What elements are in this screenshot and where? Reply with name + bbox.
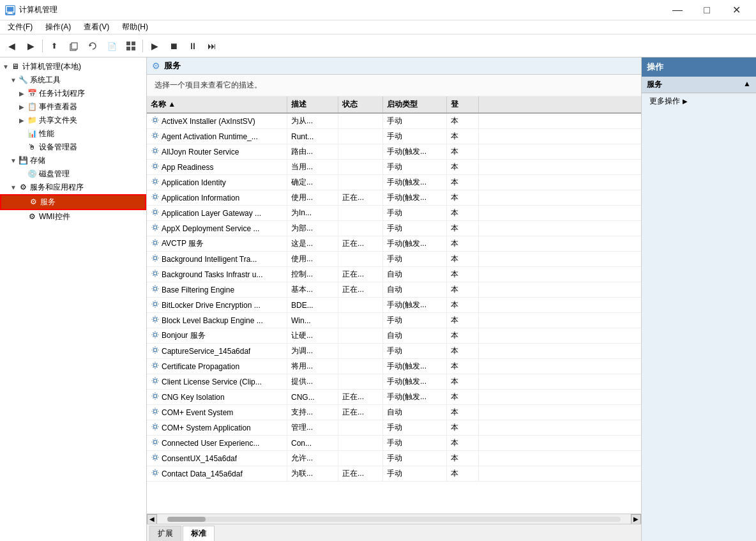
col-startup[interactable]: 启动类型 (383, 96, 447, 112)
tree-item-wmi[interactable]: ⚙ WMI控件 (0, 210, 146, 224)
tab-expand[interactable]: 扩展 (149, 526, 181, 541)
svg-point-32 (154, 441, 157, 444)
table-row[interactable]: Client License Service (Clip...提供...手动(触… (147, 374, 641, 390)
tree-item-disk[interactable]: 💿 磁盘管理 (0, 167, 146, 181)
tree-label-services: 服务 (40, 197, 56, 208)
hscroll-thumb[interactable] (167, 517, 206, 522)
table-row[interactable]: Agent Activation Runtime_...Runt...手动本 (147, 129, 641, 144)
service-gear-icon (151, 330, 160, 341)
service-name-cell: Bonjour 服务 (147, 328, 287, 343)
table-row[interactable]: Base Filtering Engine基本...正在...自动本 (147, 282, 641, 298)
service-name-cell: Background Intelligent Tra... (147, 252, 287, 266)
toolbar-up[interactable]: ⬆ (45, 37, 63, 55)
service-login-cell: 本 (447, 282, 479, 297)
table-row[interactable]: AppX Deployment Service ...为部...手动本 (147, 221, 641, 236)
table-row[interactable]: ConsentUX_145a6daf允许...手动本 (147, 451, 641, 466)
service-status-cell: 正在... (338, 282, 383, 297)
menu-view[interactable]: 查看(V) (79, 20, 114, 34)
tree-label-task: 任务计划程序 (39, 88, 85, 99)
table-row[interactable]: Application Identity确定...手动(触发...本 (147, 175, 641, 190)
col-name[interactable]: 名称 ▲ (147, 96, 287, 112)
toolbar-stop[interactable]: ⏹ (165, 37, 183, 55)
right-panel: 操作 服务 ▲ 更多操作 ▶ (641, 57, 756, 541)
table-row[interactable]: Contact Data_145a6daf为联...正在...手动本 (147, 466, 641, 482)
tree-item-storage[interactable]: ▼ 💾 存储 (0, 154, 146, 167)
minimize-button[interactable]: — (663, 0, 692, 20)
toolbar-filter[interactable]: 📄 (103, 37, 121, 55)
menu-help[interactable]: 帮助(H) (117, 20, 153, 34)
table-row[interactable]: COM+ Event System支持...正在...自动本 (147, 405, 641, 420)
tree-item-services[interactable]: ⚙ 服务 (0, 194, 146, 210)
service-gear-icon (151, 208, 160, 218)
service-table[interactable]: 名称 ▲ 描述 状态 启动类型 登 ActiveX Installer (AxI… (147, 96, 641, 514)
tree-item-root[interactable]: ▼ 🖥 计算机管理(本地) (0, 60, 146, 73)
service-name-text: AppX Deployment Service ... (162, 224, 259, 233)
tree-label-wmi: WMI控件 (39, 211, 70, 222)
table-row[interactable]: Application Information使用...正在...手动(触发..… (147, 190, 641, 206)
tree-item-device-manager[interactable]: 🖱 设备管理器 (0, 141, 146, 154)
col-desc[interactable]: 描述 (287, 96, 338, 112)
scroll-left-arrow[interactable]: ◀ (147, 514, 157, 524)
service-status-cell: 正在... (338, 190, 383, 205)
service-status-cell (338, 451, 383, 466)
toolbar-back[interactable]: ◀ (3, 37, 20, 55)
table-row[interactable]: COM+ System Application管理...手动本 (147, 420, 641, 436)
toolbar-refresh[interactable] (84, 37, 102, 55)
menu-file[interactable]: 文件(F) (3, 20, 38, 34)
scroll-right-arrow[interactable]: ▶ (631, 514, 641, 524)
tree-arrow-task: ▶ (19, 90, 27, 97)
table-row[interactable]: Certificate Propagation将用...手动(触发...本 (147, 359, 641, 374)
table-row[interactable]: App Readiness当用...手动本 (147, 160, 641, 175)
toolbar-view[interactable] (122, 37, 140, 55)
service-gear-icon (151, 162, 160, 172)
service-gear-icon (151, 300, 160, 310)
table-row[interactable]: CNG Key IsolationCNG...正在...手动(触发...本 (147, 390, 641, 405)
tree-item-event-viewer[interactable]: ▶ 📋 事件查看器 (0, 100, 146, 114)
menu-bar: 文件(F) 操作(A) 查看(V) 帮助(H) (0, 20, 756, 34)
table-row[interactable]: Connected User Experienc...Con...手动本 (147, 436, 641, 451)
table-row[interactable]: Background Tasks Infrastr u...控制...正在...… (147, 267, 641, 282)
table-row[interactable]: Background Intelligent Tra...使用...手动本 (147, 252, 641, 267)
menu-action[interactable]: 操作(A) (40, 20, 76, 34)
tree-item-shared-folders[interactable]: ▶ 📁 共享文件夹 (0, 114, 146, 127)
table-row[interactable]: AllJoyn Router Service路由...手动(触发...本 (147, 144, 641, 160)
service-desc-cell: 管理... (287, 420, 338, 435)
table-row[interactable]: Block Level Backup Engine ...Win...手动本 (147, 313, 641, 328)
table-row[interactable]: CaptureService_145a6daf为调...手动本 (147, 344, 641, 359)
table-row[interactable]: Application Layer Gateway ...为In...手动本 (147, 206, 641, 221)
svg-point-31 (154, 425, 157, 429)
title-bar-left: 计算机管理 (5, 4, 57, 15)
toolbar-forward[interactable]: ▶ (22, 37, 40, 55)
tree-item-services-apps[interactable]: ▼ ⚙ 服务和应用程序 (0, 181, 146, 194)
computer-icon: 🖥 (10, 62, 20, 72)
col-login[interactable]: 登 (447, 96, 479, 112)
toolbar-pause[interactable]: ⏸ (184, 37, 202, 55)
tree-item-task-scheduler[interactable]: ▶ 📅 任务计划程序 (0, 87, 146, 100)
service-gear-icon (151, 438, 160, 448)
service-gear-icon (151, 177, 160, 188)
col-status[interactable]: 状态 (338, 96, 383, 112)
horizontal-scrollbar[interactable]: ◀ ▶ (147, 514, 641, 524)
toolbar-start[interactable]: ▶ (146, 37, 163, 55)
service-startup-cell: 手动 (383, 420, 447, 435)
tree-item-performance[interactable]: 📊 性能 (0, 127, 146, 141)
service-status-cell (338, 144, 383, 159)
maximize-button[interactable]: □ (692, 0, 722, 20)
toolbar-copy[interactable] (64, 37, 82, 55)
service-login-cell: 本 (447, 390, 479, 404)
svg-point-15 (154, 180, 157, 183)
table-row[interactable]: BitLocker Drive Encryption ...BDE...手动(触… (147, 298, 641, 313)
svg-point-21 (154, 272, 157, 275)
tree-item-system-tools[interactable]: ▼ 🔧 系统工具 (0, 73, 146, 87)
tab-standard[interactable]: 标准 (183, 526, 215, 541)
service-name-cell: Connected User Experienc... (147, 436, 287, 450)
close-button[interactable]: ✕ (722, 0, 751, 20)
service-startup-cell: 手动 (383, 313, 447, 328)
table-row[interactable]: Bonjour 服务让硬...自动本 (147, 328, 641, 344)
storage-icon: 💾 (18, 156, 28, 166)
right-panel-more-actions[interactable]: 更多操作 ▶ (642, 93, 756, 109)
service-name-text: ConsentUX_145a6daf (162, 454, 237, 463)
table-row[interactable]: ActiveX Installer (AxInstSV)为从...手动本 (147, 114, 641, 129)
table-row[interactable]: AVCTP 服务这是...正在...手动(触发...本 (147, 236, 641, 252)
toolbar-restart[interactable]: ⏭ (203, 37, 221, 55)
